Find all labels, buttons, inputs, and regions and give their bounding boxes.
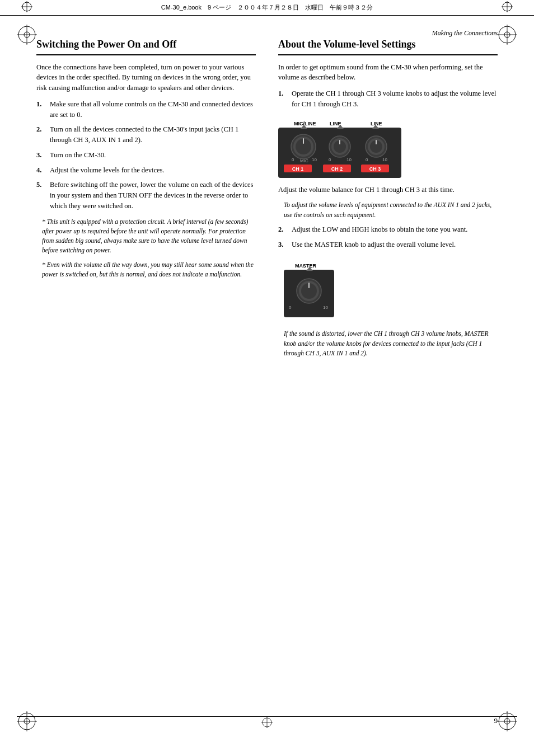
step-text: Adjust the LOW and HIGH knobs to obtain … [292, 224, 467, 235]
svg-text:10: 10 [312, 157, 317, 162]
corner-tl [17, 25, 37, 45]
right-intro: In order to get optimum sound from the C… [278, 62, 498, 83]
right-italic-note-2: If the sound is distorted, lower the CH … [278, 329, 498, 358]
main-content: Switching the Power On and Off Once the … [0, 21, 534, 396]
svg-text:CH 1: CH 1 [292, 166, 304, 172]
bottom-center-crosshair-icon [261, 717, 273, 728]
step-text: Turn on the CM-30. [50, 150, 106, 161]
step-num: 1. [278, 88, 288, 110]
step-num: 1. [36, 99, 46, 120]
page-section-label: Making the Connections [432, 29, 498, 37]
two-column-layout: Switching the Power On and Off Once the … [36, 38, 498, 363]
header-strip: CM-30_e.book 9 ページ ２００４年７月２８日 水曜日 午前９時３２… [0, 0, 534, 16]
step-num: 2. [36, 124, 46, 145]
step-num: 5. [36, 180, 46, 211]
left-note-2: Even with the volume all the way down, y… [36, 260, 256, 280]
step-text: Adjust the volume levels for the devices… [50, 165, 164, 176]
right-steps-2-3: 2. Adjust the LOW and HIGH knobs to obta… [278, 224, 498, 250]
left-intro: Once the connections have been completed… [36, 62, 256, 93]
svg-text:MASTER: MASTER [295, 263, 317, 269]
svg-text:0: 0 [366, 157, 368, 162]
step-num: 3. [278, 240, 288, 250]
svg-text:0: 0 [329, 157, 331, 162]
right-steps-list: 1. Operate the CH 1 through CH 3 volume … [278, 88, 498, 110]
left-steps-list: 1. Make sure that all volume controls on… [36, 99, 256, 212]
step-num: 4. [36, 165, 46, 176]
step-num: 3. [36, 150, 46, 161]
right-italic-note-1: To adjust the volume levels of equipment… [278, 200, 498, 220]
step-text: Turn on all the devices connected to the… [50, 124, 256, 145]
svg-text:10: 10 [323, 305, 328, 310]
corner-tr [497, 25, 517, 45]
left-step-5: 5. Before switching off the power, lower… [36, 180, 256, 211]
svg-text:MIC: MIC [300, 158, 308, 163]
master-knob-svg: MASTER 0 10 [278, 259, 345, 320]
step-text: Make sure that all volume controls on th… [50, 99, 256, 120]
svg-text:0: 0 [289, 305, 292, 310]
header-text: CM-30_e.book 9 ページ ２００４年７月２８日 水曜日 午前９時３２… [161, 3, 373, 12]
right-step-1: 1. Operate the CH 1 through CH 3 volume … [278, 88, 498, 110]
left-step-4: 4. Adjust the volume levels for the devi… [36, 165, 256, 176]
step-text: Operate the CH 1 through CH 3 volume kno… [292, 88, 498, 110]
left-section-title: Switching the Power On and Off [36, 38, 256, 55]
page-number: 9 [494, 716, 498, 725]
crosshair-right-icon [502, 1, 513, 12]
crosshair-left-icon [21, 1, 32, 12]
svg-text:CH 3: CH 3 [369, 166, 381, 172]
left-step-1: 1. Make sure that all volume controls on… [36, 99, 256, 120]
left-note-1: This unit is equipped with a protection … [36, 217, 256, 256]
step-text: Before switching off the power, lower th… [50, 180, 256, 211]
svg-text:10: 10 [382, 157, 387, 162]
right-step-3: 3. Use the MASTER knob to adjust the ove… [278, 240, 498, 250]
corner-br [497, 711, 517, 731]
svg-text:LINE: LINE [330, 121, 341, 126]
right-step-2: 2. Adjust the LOW and HIGH knobs to obta… [278, 224, 498, 235]
right-section-title: About the Volume-level Settings [278, 38, 498, 55]
left-step-2: 2. Turn on all the devices connected to … [36, 124, 256, 145]
svg-text:MIC/LINE: MIC/LINE [294, 121, 316, 126]
master-knob-diagram: MASTER 0 10 [278, 259, 498, 320]
right-column: About the Volume-level Settings In order… [278, 38, 498, 363]
left-column: Switching the Power On and Off Once the … [36, 38, 256, 363]
channel-knobs-diagram: MIC/LINE LINE LINE [278, 116, 498, 178]
step-text: Use the MASTER knob to adjust the overal… [292, 240, 456, 250]
svg-text:CH 2: CH 2 [331, 166, 343, 172]
right-note-after-diagram: Adjust the volume balance for CH 1 throu… [278, 185, 498, 195]
channel-knobs-svg: MIC/LINE LINE LINE [278, 116, 401, 178]
left-step-3: 3. Turn on the CM-30. [36, 150, 256, 161]
corner-bl [17, 711, 37, 731]
page: CM-30_e.book 9 ページ ２００４年７月２８日 水曜日 午前９時３２… [0, 0, 534, 756]
svg-text:10: 10 [346, 157, 352, 162]
step-num: 2. [278, 224, 288, 235]
svg-text:0: 0 [292, 157, 294, 162]
